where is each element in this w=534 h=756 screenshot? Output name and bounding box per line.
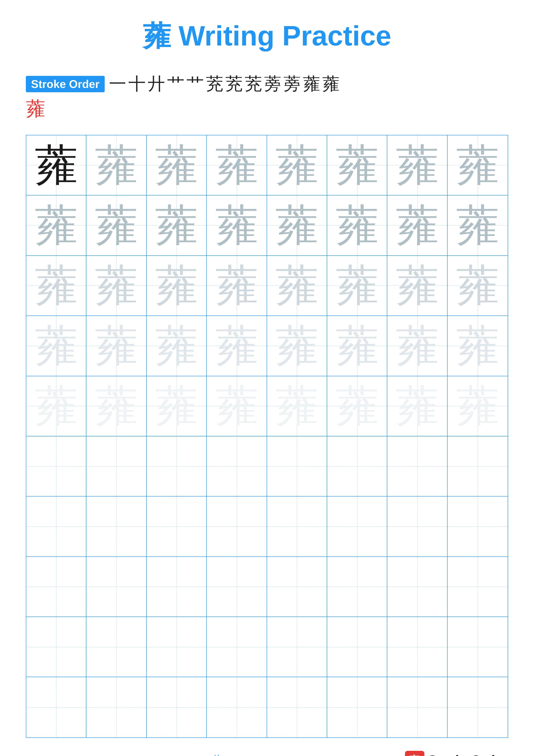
grid-cell-10-4[interactable] — [207, 677, 267, 737]
grid-cell-5-7[interactable]: 蕹 — [387, 376, 447, 436]
grid-cell-7-3[interactable] — [147, 497, 207, 557]
grid-cell-8-8[interactable] — [447, 557, 508, 617]
grid-cell-6-1[interactable] — [26, 436, 87, 497]
practice-char: 蕹 — [336, 264, 379, 307]
grid-cell-10-8[interactable] — [447, 677, 508, 737]
grid-cell-1-4[interactable]: 蕹 — [207, 135, 267, 196]
grid-cell-4-6[interactable]: 蕹 — [327, 316, 387, 376]
grid-cell-6-8[interactable] — [447, 436, 508, 497]
grid-cell-8-1[interactable] — [26, 557, 87, 617]
practice-char: 蕹 — [155, 264, 198, 307]
footer-url[interactable]: https://www.strokeorder.com/chinese/蕹 — [26, 753, 222, 756]
grid-cell-2-5[interactable]: 蕹 — [267, 196, 327, 256]
stroke-char-2: 十 — [128, 72, 146, 96]
grid-cell-6-5[interactable] — [267, 436, 327, 497]
grid-row-10 — [26, 677, 508, 737]
grid-cell-3-1[interactable]: 蕹 — [26, 256, 87, 316]
grid-cell-4-7[interactable]: 蕹 — [387, 316, 447, 376]
grid-cell-8-5[interactable] — [267, 557, 327, 617]
grid-cell-7-5[interactable] — [267, 497, 327, 557]
grid-cell-10-2[interactable] — [87, 677, 146, 737]
practice-char: 蕹 — [396, 385, 439, 428]
grid-cell-7-2[interactable] — [87, 497, 146, 557]
practice-char: 蕹 — [336, 204, 379, 247]
grid-cell-1-2[interactable]: 蕹 — [87, 135, 146, 196]
grid-row-8 — [26, 557, 508, 617]
grid-cell-9-6[interactable] — [327, 617, 387, 677]
grid-cell-3-4[interactable]: 蕹 — [207, 256, 267, 316]
grid-cell-7-6[interactable] — [327, 497, 387, 557]
grid-cell-5-6[interactable]: 蕹 — [327, 376, 387, 436]
grid-cell-6-7[interactable] — [387, 436, 447, 497]
grid-cell-8-3[interactable] — [147, 557, 207, 617]
grid-cell-3-5[interactable]: 蕹 — [267, 256, 327, 316]
grid-cell-7-8[interactable] — [447, 497, 508, 557]
grid-cell-7-7[interactable] — [387, 497, 447, 557]
grid-cell-6-3[interactable] — [147, 436, 207, 497]
grid-cell-2-1[interactable]: 蕹 — [26, 196, 87, 256]
practice-char: 蕹 — [215, 144, 258, 187]
grid-cell-3-8[interactable]: 蕹 — [447, 256, 508, 316]
grid-cell-8-7[interactable] — [387, 557, 447, 617]
grid-cell-5-8[interactable]: 蕹 — [447, 376, 508, 436]
grid-cell-1-3[interactable]: 蕹 — [147, 135, 207, 196]
grid-cell-7-1[interactable] — [26, 497, 87, 557]
grid-cell-1-6[interactable]: 蕹 — [327, 135, 387, 196]
grid-cell-6-6[interactable] — [327, 436, 387, 497]
grid-cell-3-3[interactable]: 蕹 — [147, 256, 207, 316]
grid-cell-9-8[interactable] — [447, 617, 508, 677]
grid-cell-4-1[interactable]: 蕹 — [26, 316, 87, 376]
grid-cell-7-4[interactable] — [207, 497, 267, 557]
grid-cell-10-3[interactable] — [147, 677, 207, 737]
grid-cell-1-8[interactable]: 蕹 — [447, 135, 508, 196]
grid-cell-10-6[interactable] — [327, 677, 387, 737]
grid-cell-5-1[interactable]: 蕹 — [26, 376, 87, 436]
grid-cell-3-2[interactable]: 蕹 — [87, 256, 146, 316]
practice-char: 蕹 — [456, 385, 499, 428]
grid-cell-9-5[interactable] — [267, 617, 327, 677]
grid-cell-9-7[interactable] — [387, 617, 447, 677]
grid-cell-4-3[interactable]: 蕹 — [147, 316, 207, 376]
grid-row-7 — [26, 497, 508, 557]
grid-cell-10-1[interactable] — [26, 677, 87, 737]
stroke-char-8: 茺 — [245, 72, 262, 96]
practice-char: 蕹 — [336, 144, 379, 187]
grid-cell-5-3[interactable]: 蕹 — [147, 376, 207, 436]
grid-row-6 — [26, 436, 508, 497]
grid-cell-4-8[interactable]: 蕹 — [447, 316, 508, 376]
grid-cell-9-2[interactable] — [87, 617, 146, 677]
grid-cell-2-7[interactable]: 蕹 — [387, 196, 447, 256]
grid-cell-8-4[interactable] — [207, 557, 267, 617]
grid-cell-2-6[interactable]: 蕹 — [327, 196, 387, 256]
grid-cell-3-6[interactable]: 蕹 — [327, 256, 387, 316]
grid-cell-1-5[interactable]: 蕹 — [267, 135, 327, 196]
grid-cell-2-3[interactable]: 蕹 — [147, 196, 207, 256]
grid-cell-3-7[interactable]: 蕹 — [387, 256, 447, 316]
grid-cell-1-7[interactable]: 蕹 — [387, 135, 447, 196]
grid-cell-6-2[interactable] — [87, 436, 146, 497]
grid-cell-10-7[interactable] — [387, 677, 447, 737]
grid-cell-2-4[interactable]: 蕹 — [207, 196, 267, 256]
grid-cell-4-4[interactable]: 蕹 — [207, 316, 267, 376]
grid-cell-8-2[interactable] — [87, 557, 146, 617]
grid-cell-6-4[interactable] — [207, 436, 267, 497]
grid-cell-9-4[interactable] — [207, 617, 267, 677]
grid-cell-5-4[interactable]: 蕹 — [207, 376, 267, 436]
grid-cell-1-1[interactable]: 蕹 — [26, 135, 87, 196]
grid-cell-2-2[interactable]: 蕹 — [87, 196, 146, 256]
grid-cell-4-2[interactable]: 蕹 — [87, 316, 146, 376]
practice-grid[interactable]: 蕹 蕹 蕹 蕹 蕹 蕹 蕹 蕹 — [26, 135, 508, 738]
practice-char: 蕹 — [456, 324, 499, 367]
practice-char: 蕹 — [336, 324, 379, 367]
grid-cell-9-1[interactable] — [26, 617, 87, 677]
grid-cell-5-2[interactable]: 蕹 — [87, 376, 146, 436]
grid-cell-9-3[interactable] — [147, 617, 207, 677]
practice-char: 蕹 — [155, 144, 198, 187]
grid-cell-8-6[interactable] — [327, 557, 387, 617]
grid-cell-4-5[interactable]: 蕹 — [267, 316, 327, 376]
grid-cell-2-8[interactable]: 蕹 — [447, 196, 508, 256]
practice-char: 蕹 — [95, 324, 138, 367]
grid-cell-10-5[interactable] — [267, 677, 327, 737]
grid-cell-5-5[interactable]: 蕹 — [267, 376, 327, 436]
grid-row-9 — [26, 617, 508, 677]
